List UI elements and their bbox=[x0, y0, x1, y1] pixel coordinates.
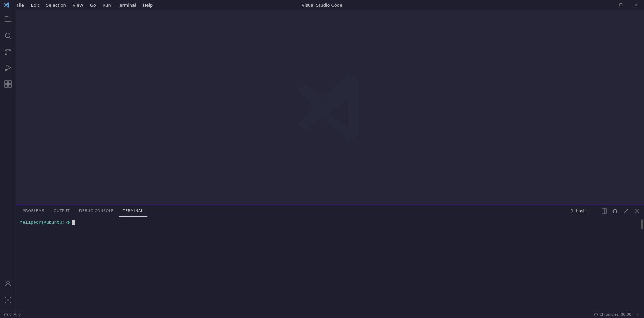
menu-file[interactable]: File bbox=[13, 0, 28, 10]
chronicler-status[interactable]: Chronicler: 00:00 bbox=[592, 312, 633, 317]
terminal-prompt-user: felipecrs@ubuntu: bbox=[20, 220, 65, 225]
terminal-cursor bbox=[72, 220, 75, 225]
terminal-scrollbar[interactable] bbox=[641, 219, 643, 229]
minimize-button[interactable]: ─ bbox=[598, 0, 613, 10]
maximize-panel-button[interactable] bbox=[621, 206, 631, 216]
error-icon bbox=[4, 313, 8, 317]
kill-terminal-button[interactable] bbox=[610, 206, 620, 216]
svg-line-16 bbox=[626, 209, 628, 211]
svg-point-13 bbox=[7, 299, 9, 301]
maximize-button[interactable]: ❐ bbox=[613, 0, 629, 10]
close-panel-button[interactable] bbox=[632, 206, 641, 216]
svg-point-22 bbox=[6, 315, 6, 316]
panel-tabs: PROBLEMS OUTPUT DEBUG CONSOLE TERMINAL 1… bbox=[16, 205, 644, 217]
window-title: Visual Studio Code bbox=[302, 3, 342, 8]
titlebar: File Edit Selection View Go Run Terminal… bbox=[0, 0, 644, 10]
svg-line-1 bbox=[9, 37, 11, 39]
extensions-icon[interactable] bbox=[0, 76, 16, 92]
split-terminal-button[interactable] bbox=[600, 206, 609, 216]
warning-icon bbox=[13, 313, 17, 317]
errors-count[interactable]: 0 0 bbox=[3, 311, 22, 318]
activity-bar bbox=[0, 10, 16, 311]
panel-actions: 1: bash bbox=[569, 206, 641, 216]
svg-line-17 bbox=[624, 211, 626, 213]
menu-selection[interactable]: Selection bbox=[43, 0, 69, 10]
svg-point-4 bbox=[5, 53, 7, 55]
new-terminal-button[interactable] bbox=[589, 206, 598, 216]
menu-edit[interactable]: Edit bbox=[28, 0, 43, 10]
broadcast-icon[interactable] bbox=[635, 311, 641, 318]
tab-terminal[interactable]: TERMINAL bbox=[119, 205, 147, 217]
terminal-prompt-path: ~$ bbox=[65, 220, 70, 225]
source-control-icon[interactable] bbox=[0, 44, 16, 60]
menu-help[interactable]: Help bbox=[140, 0, 156, 10]
status-bar: 0 0 Chronicler: 00:00 bbox=[0, 311, 644, 318]
svg-point-24 bbox=[15, 315, 15, 316]
svg-rect-9 bbox=[8, 81, 11, 84]
titlebar-menu: File Edit Selection View Go Run Terminal… bbox=[0, 0, 156, 10]
tab-debug-console[interactable]: DEBUG CONSOLE bbox=[75, 205, 118, 217]
svg-point-2 bbox=[5, 49, 7, 51]
terminal-content[interactable]: felipecrs@ubuntu:~$ bbox=[16, 217, 644, 311]
svg-rect-11 bbox=[8, 84, 11, 87]
window-controls: ─ ❐ ✕ bbox=[598, 0, 644, 10]
vscode-logo-icon bbox=[0, 0, 13, 10]
status-bar-right: Chronicler: 00:00 bbox=[592, 311, 641, 318]
svg-point-12 bbox=[7, 281, 9, 284]
main-container: PROBLEMS OUTPUT DEBUG CONSOLE TERMINAL 1… bbox=[0, 10, 644, 311]
close-button[interactable]: ✕ bbox=[629, 0, 644, 10]
status-bar-left: 0 0 bbox=[3, 311, 22, 318]
account-icon[interactable] bbox=[0, 276, 16, 292]
terminal-prompt-line: felipecrs@ubuntu:~$ bbox=[20, 219, 640, 226]
remote-icon bbox=[636, 313, 640, 317]
svg-point-0 bbox=[5, 33, 10, 38]
menu-run[interactable]: Run bbox=[99, 0, 114, 10]
tab-problems[interactable]: PROBLEMS bbox=[19, 205, 48, 217]
activity-bar-top bbox=[0, 11, 16, 276]
search-icon[interactable] bbox=[0, 28, 16, 44]
error-count-value: 0 bbox=[9, 312, 12, 317]
terminal-selector[interactable]: 1: bash bbox=[569, 208, 588, 214]
activity-bar-bottom bbox=[0, 276, 16, 311]
chronicler-icon bbox=[594, 313, 598, 317]
menu-terminal[interactable]: Terminal bbox=[114, 0, 140, 10]
svg-point-3 bbox=[9, 49, 11, 51]
menu-go[interactable]: Go bbox=[87, 0, 99, 10]
warning-count-value: 0 bbox=[18, 312, 21, 317]
run-debug-icon[interactable] bbox=[0, 60, 16, 76]
tab-output[interactable]: OUTPUT bbox=[50, 205, 74, 217]
chronicler-label: Chronicler: 00:00 bbox=[599, 312, 631, 317]
svg-rect-8 bbox=[5, 81, 8, 84]
svg-rect-10 bbox=[5, 84, 8, 87]
menu-view[interactable]: View bbox=[69, 0, 87, 10]
bottom-panel: PROBLEMS OUTPUT DEBUG CONSOLE TERMINAL 1… bbox=[16, 205, 644, 311]
vscode-watermark-icon bbox=[293, 70, 367, 144]
settings-icon[interactable] bbox=[0, 292, 16, 308]
explorer-icon[interactable] bbox=[0, 11, 16, 28]
editor-area bbox=[16, 10, 644, 205]
